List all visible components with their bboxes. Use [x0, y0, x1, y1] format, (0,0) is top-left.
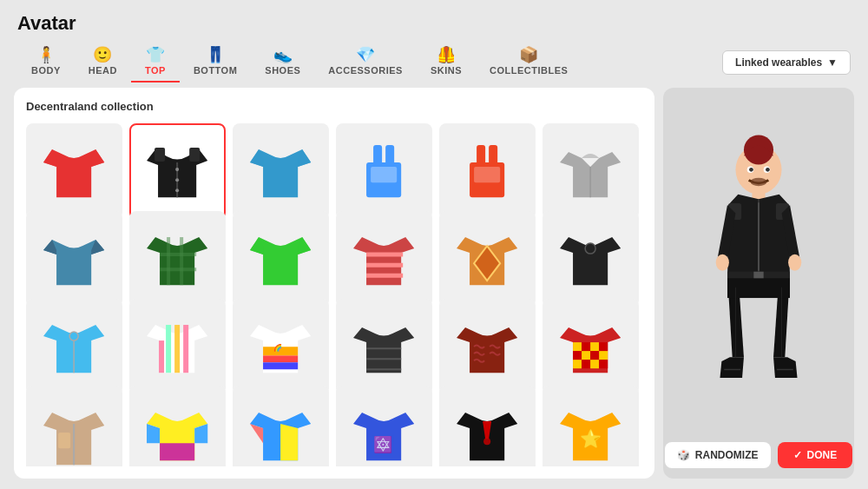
body-label: BODY: [31, 65, 61, 76]
svg-rect-48: [58, 433, 70, 448]
linked-wearables-button[interactable]: Linked wearables ▼: [722, 50, 851, 75]
item-card-15[interactable]: 🌈: [233, 299, 329, 395]
svg-rect-40: [582, 351, 590, 360]
collectibles-label: COLLECTIBLES: [490, 65, 568, 76]
chevron-down-icon: ▼: [827, 56, 838, 69]
bottom-label: BOTTOM: [194, 65, 237, 76]
svg-rect-12: [490, 145, 498, 167]
item-card-13[interactable]: [26, 299, 122, 395]
nav-tab-body[interactable]: 🧍 BODY: [17, 42, 75, 83]
item-card-9[interactable]: [233, 211, 329, 307]
item-card-24[interactable]: ⭐: [542, 386, 639, 466]
item-card-2[interactable]: [129, 123, 226, 220]
item-card-23[interactable]: [439, 386, 536, 466]
tabs-container: 🧍 BODY 🙂 HEAD 👕 TOP 👖 BOTTOM 👟 SHOES 💎 A…: [17, 42, 582, 83]
svg-rect-70: [753, 272, 763, 279]
items-grid: 🌈 🔯: [26, 123, 642, 466]
svg-rect-38: [600, 342, 608, 351]
header: Avatar 🧍 BODY 🙂 HEAD 👕 TOP 👖 BOTTOM 👟 SH…: [0, 0, 868, 88]
svg-rect-13: [474, 167, 500, 182]
top-icon: 👕: [146, 47, 166, 63]
item-card-11[interactable]: [439, 211, 536, 307]
nav-tab-bottom[interactable]: 👖 BOTTOM: [180, 42, 251, 83]
wardrobe-panel: Decentraland collection: [14, 88, 654, 479]
svg-rect-46: [600, 360, 608, 368]
randomize-label: RANDOMIZE: [695, 449, 759, 461]
svg-rect-11: [477, 145, 485, 167]
shoes-label: SHOES: [265, 65, 300, 76]
collection-title: Decentraland collection: [26, 100, 642, 113]
skins-icon: 🦺: [437, 47, 457, 63]
bottom-icon: 👖: [206, 47, 226, 63]
svg-point-25: [69, 332, 78, 340]
skins-label: SKINS: [431, 65, 462, 76]
svg-rect-45: [591, 360, 600, 368]
dice-icon: 🎲: [677, 449, 690, 461]
item-card-14[interactable]: [129, 299, 226, 395]
svg-rect-35: [573, 342, 582, 351]
done-button[interactable]: ✓ DONE: [778, 442, 853, 468]
main-content: Decentraland collection: [0, 88, 868, 489]
head-label: HEAD: [89, 65, 117, 76]
item-card-17[interactable]: [439, 299, 536, 395]
svg-rect-37: [591, 342, 600, 351]
linked-wearables-label: Linked wearables: [735, 56, 822, 69]
svg-rect-42: [600, 351, 608, 360]
item-card-19[interactable]: [26, 386, 122, 466]
svg-point-3: [175, 168, 179, 171]
item-card-16[interactable]: [336, 299, 432, 395]
svg-rect-2: [190, 148, 201, 162]
svg-rect-28: [166, 325, 171, 373]
nav-tab-accessories[interactable]: 💎 ACCESSORIES: [314, 42, 417, 83]
svg-text:🔯: 🔯: [373, 435, 393, 454]
avatar-figure: [663, 111, 854, 455]
svg-rect-44: [582, 360, 590, 368]
top-label: TOP: [145, 65, 166, 76]
item-card-1[interactable]: [26, 123, 122, 220]
svg-rect-29: [174, 325, 180, 373]
svg-point-24: [585, 243, 595, 254]
svg-point-57: [766, 168, 770, 172]
item-card-5[interactable]: [439, 123, 536, 220]
nav-tab-shoes[interactable]: 👟 SHOES: [251, 42, 314, 83]
item-card-3[interactable]: [233, 123, 329, 220]
page-title: Avatar: [17, 12, 851, 35]
svg-text:⭐: ⭐: [580, 428, 602, 449]
accessories-icon: 💎: [356, 47, 376, 63]
item-card-6[interactable]: [542, 123, 639, 220]
nav-tabs: 🧍 BODY 🙂 HEAD 👕 TOP 👖 BOTTOM 👟 SHOES 💎 A…: [17, 42, 851, 83]
item-card-12[interactable]: [542, 211, 639, 307]
svg-point-4: [175, 179, 179, 182]
item-card-7[interactable]: [26, 211, 122, 307]
svg-text:🌈: 🌈: [273, 343, 283, 352]
item-card-4[interactable]: [336, 123, 432, 220]
item-card-18[interactable]: [542, 299, 639, 395]
svg-rect-43: [573, 360, 582, 368]
item-card-8[interactable]: [129, 211, 226, 307]
svg-rect-41: [591, 351, 600, 360]
item-card-20[interactable]: [129, 386, 226, 466]
avatar-svg: [689, 127, 828, 439]
nav-tab-top[interactable]: 👕 TOP: [131, 42, 180, 83]
svg-rect-1: [155, 148, 165, 162]
head-icon: 🙂: [93, 47, 113, 63]
page-container: Avatar 🧍 BODY 🙂 HEAD 👕 TOP 👖 BOTTOM 👟 SH…: [0, 0, 868, 489]
svg-point-50: [483, 438, 490, 445]
nav-tab-skins[interactable]: 🦺 SKINS: [417, 42, 476, 83]
avatar-preview: 🎲 RANDOMIZE ✓ DONE: [663, 88, 854, 479]
svg-point-56: [749, 168, 753, 172]
svg-rect-27: [159, 340, 164, 373]
body-icon: 🧍: [36, 47, 56, 63]
nav-tab-collectibles[interactable]: 📦 COLLECTIBLES: [476, 42, 582, 83]
collectibles-icon: 📦: [519, 47, 539, 63]
nav-tab-head[interactable]: 🙂 HEAD: [75, 42, 131, 83]
item-card-10[interactable]: [336, 211, 432, 307]
svg-point-58: [751, 178, 767, 186]
item-card-22[interactable]: 🔯: [336, 386, 432, 466]
randomize-button[interactable]: 🎲 RANDOMIZE: [665, 442, 771, 468]
svg-point-5: [175, 189, 179, 193]
svg-rect-7: [373, 145, 382, 167]
shoes-icon: 👟: [273, 47, 293, 63]
item-card-21[interactable]: [233, 386, 329, 466]
avatar-buttons: 🎲 RANDOMIZE ✓ DONE: [674, 442, 844, 468]
